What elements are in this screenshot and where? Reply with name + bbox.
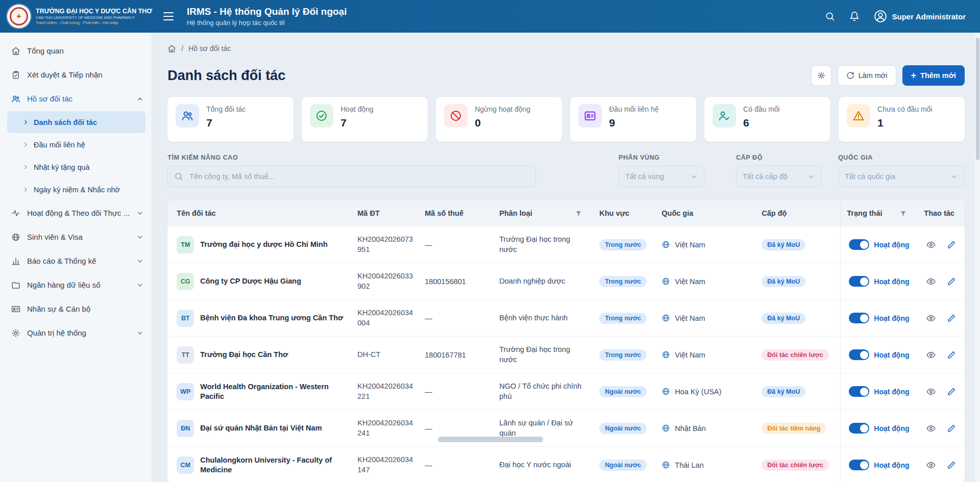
- column-header-code: Mã ĐT: [351, 200, 419, 226]
- edit-button[interactable]: [944, 274, 958, 288]
- vertical-scrollbar[interactable]: [976, 38, 979, 160]
- view-button[interactable]: [924, 311, 938, 325]
- region-select[interactable]: Tất cả vùng: [619, 166, 704, 187]
- partner-category: Trường Đại học trong nước: [493, 235, 593, 255]
- region-select-value: Tất cả vùng: [625, 172, 664, 181]
- region-badge: Trong nước: [599, 349, 647, 361]
- filter-icon[interactable]: [575, 210, 582, 217]
- tax-code: —: [419, 461, 493, 469]
- user-avatar-icon: [874, 10, 887, 23]
- region-badge: Trong nước: [599, 276, 647, 287]
- table-row: ĐN Đại sứ quán Nhật Bản tại Việt Nam KH2…: [167, 410, 965, 446]
- status-cell: Hoạt động: [840, 263, 918, 299]
- status-label: Hoạt động: [874, 351, 909, 359]
- app-subtitle: Hệ thống quản lý hợp tác quốc tế: [187, 19, 347, 27]
- partner-code: KH20042026034221: [351, 382, 419, 401]
- sidebar-subitem-contacts[interactable]: Đầu mối liên hệ: [7, 134, 145, 156]
- sidebar-item-reports[interactable]: Báo cáo & Thống kê: [0, 249, 152, 273]
- sidebar-item-activities[interactable]: Hoạt động & Theo dõi Thực ...: [0, 201, 152, 225]
- refresh-button[interactable]: Làm mới: [838, 65, 896, 86]
- sidebar-item-data-bank[interactable]: Ngân hàng dữ liệu số: [0, 273, 152, 297]
- table-row: CM Chulalongkorn University - Faculty of…: [167, 446, 965, 482]
- view-button[interactable]: [924, 238, 938, 251]
- sidebar-item-partners[interactable]: Hồ sơ đối tác: [0, 87, 152, 111]
- region-badge: Ngoài nước: [599, 460, 647, 471]
- partner-name: Chulalongkorn University - Faculty of Me…: [200, 455, 345, 475]
- edit-button[interactable]: [944, 348, 958, 362]
- status-toggle[interactable]: [849, 239, 869, 250]
- edit-button[interactable]: [944, 238, 958, 251]
- status-cell: Hoạt động: [840, 373, 918, 410]
- refresh-icon: [846, 71, 854, 80]
- stat-label: Đầu mối liên hệ: [609, 105, 658, 113]
- search-icon[interactable]: [825, 11, 835, 21]
- chevron-up-icon: [136, 95, 143, 103]
- sidebar-item-hr[interactable]: Nhân sự & Cán bộ: [0, 297, 152, 321]
- search-input[interactable]: [167, 166, 536, 187]
- bell-icon[interactable]: [849, 11, 860, 21]
- region-badge: Trong nước: [599, 239, 647, 250]
- sidebar-subitem-label: Ngày kỷ niệm & Nhắc nhở: [34, 186, 120, 194]
- sidebar-item-admin[interactable]: Quản trị hệ thống: [0, 321, 152, 345]
- sidebar-item-label: Hồ sơ đối tác: [27, 94, 130, 103]
- user-menu[interactable]: Super Administrator: [874, 10, 966, 23]
- menu-icon[interactable]: [163, 11, 177, 21]
- plus-icon: +: [911, 71, 917, 80]
- status-toggle[interactable]: [849, 386, 869, 397]
- sidebar-item-students-visa[interactable]: Sinh viên & Visa: [0, 225, 152, 249]
- table-header: Tên đối tác Mã ĐT Mã số thuế Phân loại K…: [167, 200, 965, 226]
- view-button[interactable]: [924, 274, 938, 288]
- sidebar-subitem-gift-log[interactable]: Nhật ký tặng quà: [7, 156, 145, 178]
- sidebar-item-label: Báo cáo & Thống kê: [27, 257, 130, 265]
- brand: + TRƯỜNG ĐẠI HỌC Y DƯỢC CẦN THƠ CAN THO …: [0, 5, 156, 28]
- sidebar-subitem-anniversaries[interactable]: Ngày kỷ niệm & Nhắc nhở: [7, 179, 145, 200]
- sidebar-subitem-partner-list[interactable]: Danh sách đối tác: [7, 111, 145, 133]
- status-toggle[interactable]: [849, 423, 869, 434]
- stat-value: 0: [475, 117, 530, 129]
- country-name: Việt Nam: [675, 241, 705, 249]
- partner-country: Việt Nam: [655, 240, 755, 249]
- user-name: Super Administrator: [892, 12, 966, 21]
- view-button[interactable]: [924, 421, 938, 435]
- country-select-value: Tất cả quốc gia: [845, 172, 895, 181]
- table-row: TT Trường Đại học Cần Thơ DH-CT 18001677…: [167, 336, 965, 373]
- edit-button[interactable]: [944, 311, 958, 325]
- level-label: CẤP ĐỘ: [736, 154, 822, 161]
- filter-icon[interactable]: [900, 210, 906, 217]
- view-button[interactable]: [924, 385, 938, 398]
- status-toggle[interactable]: [849, 349, 869, 360]
- horizontal-scrollbar[interactable]: [438, 437, 543, 442]
- home-icon[interactable]: [167, 44, 176, 53]
- status-label: Hoạt động: [874, 388, 909, 396]
- region-badge: Ngoài nước: [599, 423, 647, 434]
- country-label: QUỐC GIA: [838, 154, 965, 161]
- partner-name: Trường Đại học Cần Thơ: [200, 350, 288, 360]
- partner-avatar: TM: [177, 236, 194, 253]
- country-name: Việt Nam: [675, 277, 705, 286]
- add-new-button[interactable]: + Thêm mới: [902, 65, 965, 86]
- edit-button[interactable]: [944, 421, 958, 435]
- country-select[interactable]: Tất cả quốc gia: [838, 166, 965, 187]
- column-header-level: Cấp độ: [755, 200, 840, 226]
- settings-button[interactable]: [811, 65, 831, 86]
- actions-cell: [918, 385, 965, 398]
- status-toggle[interactable]: [849, 276, 869, 287]
- partner-avatar: BT: [177, 310, 194, 327]
- sidebar-item-overview[interactable]: Tổng quan: [0, 39, 152, 63]
- sidebar-item-review[interactable]: Xét duyệt & Tiếp nhận: [0, 63, 152, 87]
- status-toggle[interactable]: [849, 460, 869, 470]
- partner-code: KH20042026034241: [351, 418, 419, 438]
- actions-cell: [918, 458, 965, 472]
- view-button[interactable]: [924, 348, 938, 362]
- edit-button[interactable]: [944, 458, 958, 472]
- partner-avatar: TT: [177, 346, 194, 364]
- edit-button[interactable]: [944, 385, 958, 398]
- partner-name: Đại sứ quán Nhật Bản tại Việt Nam: [200, 423, 322, 433]
- sidebar-item-label: Quản trị hệ thống: [27, 328, 130, 337]
- status-toggle[interactable]: [849, 313, 869, 323]
- sidebar-item-label: Tổng quan: [27, 46, 143, 55]
- chevron-down-icon: [136, 282, 143, 289]
- level-badge: Đối tác chiến lược: [762, 349, 829, 361]
- view-button[interactable]: [924, 458, 938, 472]
- level-select[interactable]: Tất cả cấp độ: [736, 166, 822, 187]
